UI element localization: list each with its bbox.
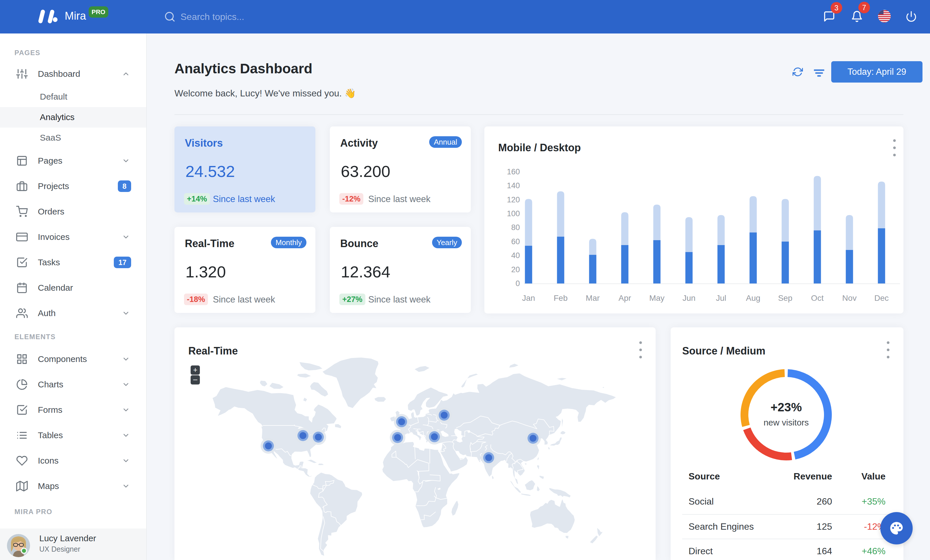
bar-chart: 020406080100120140160JanFebMarAprMayJunJ…	[484, 126, 904, 313]
icon-Projects	[16, 180, 28, 192]
icon-Maps	[16, 480, 28, 492]
nav-Icons[interactable]: Icons	[38, 454, 59, 467]
icon-palette	[889, 521, 904, 536]
icon-search	[164, 11, 176, 23]
svg-text:Sep: Sep	[778, 293, 793, 302]
icon-chevron-down	[122, 309, 130, 317]
svg-text:Apr: Apr	[619, 293, 631, 302]
card-Real-Time: Real-TimeMonthly1.320-18%Since last week	[174, 227, 316, 313]
map-zoom-out[interactable]: –	[191, 375, 200, 385]
nav-Forms[interactable]: Forms	[38, 404, 62, 416]
icon-Calendar	[16, 282, 28, 293]
pill-Yearly: Yearly	[432, 237, 462, 248]
map-zoom-in[interactable]: +	[191, 365, 200, 375]
icon-chevron-down	[122, 431, 130, 439]
icon-chevron-down	[122, 380, 130, 388]
nav-SaaS[interactable]: SaaS	[40, 131, 61, 144]
svg-text:Jun: Jun	[682, 293, 696, 302]
icon-Tasks	[16, 256, 28, 268]
card-Bounce: BounceYearly12.364+27%Since last week	[330, 227, 471, 313]
icon-Invoices	[16, 231, 28, 243]
icon-chevron-down	[122, 406, 130, 414]
sidebar: PAGESDashboardDefaultAnalyticsSaaSPagesP…	[0, 34, 147, 560]
svg-text:100: 100	[507, 209, 520, 218]
svg-text:Feb: Feb	[554, 293, 568, 302]
nav-Pages[interactable]: Pages	[38, 155, 62, 167]
icon-chevron-down	[122, 482, 130, 490]
svg-text:Oct: Oct	[811, 293, 824, 302]
nav-Projects[interactable]: Projects	[38, 180, 69, 193]
logo	[38, 9, 58, 24]
icon-chevron-down	[122, 457, 130, 465]
svg-text:0: 0	[516, 279, 520, 288]
badge-Projects: 8	[118, 180, 131, 192]
pro-badge: PRO	[89, 6, 108, 18]
svg-text:Jan: Jan	[522, 293, 535, 302]
icon-power	[905, 11, 917, 22]
icon-chevron-down	[122, 355, 130, 363]
page-subtitle: Welcome back, Lucy! We've missed you. 👋	[174, 87, 356, 100]
nav-Tables[interactable]: Tables	[38, 429, 63, 442]
search-input[interactable]: Search topics...	[180, 11, 244, 23]
flag[interactable]	[878, 10, 891, 23]
icon-Dashboard	[16, 68, 28, 80]
sidebar-user: Lucy LavenderUX Designer	[0, 529, 146, 560]
nav-Maps[interactable]: Maps	[38, 480, 59, 492]
pill-Monthly: Monthly	[271, 237, 306, 248]
menu-dots	[886, 340, 890, 360]
nav-Calendar[interactable]: Calendar	[38, 281, 73, 294]
svg-text:May: May	[649, 293, 665, 302]
nav-Tasks[interactable]: Tasks	[38, 256, 60, 269]
nav-Analytics[interactable]: Analytics	[40, 111, 74, 124]
svg-text:Nov: Nov	[842, 293, 857, 302]
svg-text:120: 120	[507, 195, 520, 204]
badge-Tasks: 17	[114, 256, 131, 268]
badge-bell: 7	[858, 2, 870, 13]
nav-Auth[interactable]: Auth	[38, 307, 56, 319]
icon-Forms	[16, 404, 28, 416]
icon-Tables	[16, 430, 28, 441]
svg-text:40: 40	[511, 251, 520, 260]
navbar: MiraPROSearch topics...37	[0, 0, 930, 34]
card-Activity: ActivityAnnual63.200-12%Since last week	[330, 126, 471, 212]
icon-Auth	[16, 307, 28, 319]
svg-text:Aug: Aug	[746, 293, 761, 302]
badge-msg: 3	[831, 2, 842, 14]
svg-text:Jul: Jul	[716, 293, 727, 302]
svg-text:20: 20	[511, 265, 520, 274]
svg-text:160: 160	[507, 167, 520, 176]
nav-Default[interactable]: Default	[40, 91, 67, 103]
icon-Charts	[16, 379, 28, 390]
btn-today[interactable]: Today: April 29	[831, 61, 922, 83]
icon-chevron-up	[122, 70, 130, 78]
svg-text:60: 60	[511, 237, 520, 246]
nav-Charts[interactable]: Charts	[38, 378, 63, 391]
avatar	[7, 534, 30, 557]
icon-Icons	[16, 455, 28, 466]
icon-Pages	[16, 155, 28, 167]
icon-filter	[814, 68, 824, 78]
card-Visitors: Visitors24.532+14%Since last week	[174, 126, 316, 212]
svg-text:Mar: Mar	[586, 293, 600, 302]
icon-Components	[16, 353, 28, 365]
nav-Dashboard[interactable]: Dashboard	[38, 68, 80, 80]
icon-refresh	[793, 67, 803, 77]
svg-text:80: 80	[511, 223, 520, 232]
world-map	[174, 356, 656, 560]
nav-Orders[interactable]: Orders	[38, 205, 65, 218]
nav-Invoices[interactable]: Invoices	[38, 231, 69, 243]
svg-text:140: 140	[507, 181, 520, 190]
icon-chevron-down	[122, 233, 130, 241]
pill-Annual: Annual	[429, 136, 462, 148]
page-title: Analytics Dashboard	[174, 60, 312, 77]
icon-Orders	[16, 206, 28, 217]
nav-Components[interactable]: Components	[38, 353, 87, 365]
svg-text:Dec: Dec	[874, 293, 889, 302]
icon-chevron-down	[122, 157, 130, 165]
